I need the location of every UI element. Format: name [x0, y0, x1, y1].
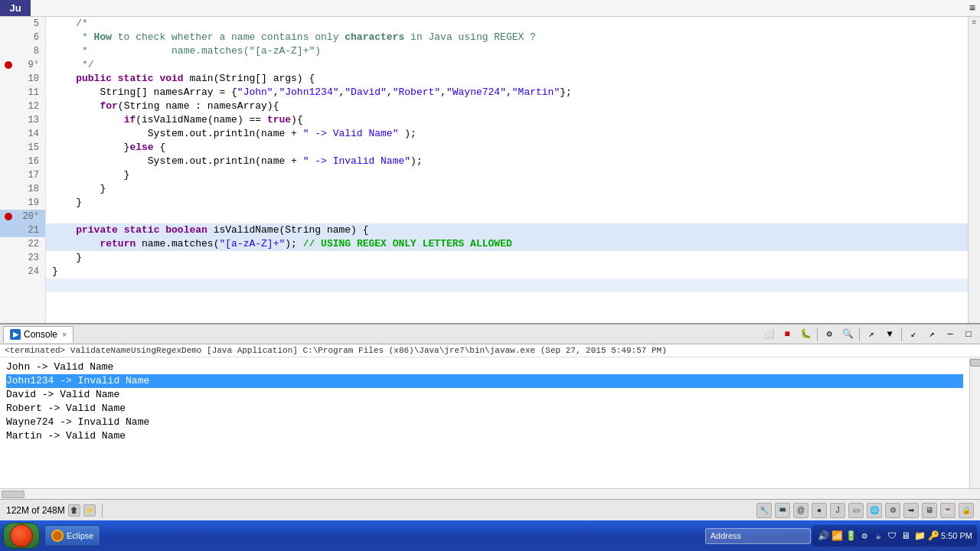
line-num-24: 24 [0, 265, 45, 279]
code-line-19 [46, 210, 968, 223]
line-num-10: 10 [0, 72, 45, 86]
console-scrollbar-thumb[interactable] [970, 359, 980, 367]
console-btn-6[interactable]: ↗ [863, 326, 880, 343]
system-tray: 🔊 📶 🔋 ⚙ ☕ 🛡 🖥 📁 🔑 5:50 PM [812, 525, 977, 546]
console-hscroll-thumb[interactable] [2, 491, 24, 498]
tb-sep-3 [901, 328, 902, 341]
console-clear-btn[interactable]: ⬜ [760, 326, 777, 343]
status-icon-screen[interactable]: 🖥 [922, 503, 937, 518]
console-scrollbar[interactable] [969, 357, 980, 488]
status-icons: 🔧 💻 @ ● J ▭ 🌐 ⚙ ➡ 🖥 ☕ 🔒 [756, 503, 974, 518]
tray-icon-2: 📶 [831, 530, 843, 542]
console-minimize-btn[interactable]: ─ [942, 326, 959, 343]
tray-icon-1: 🔊 [817, 530, 829, 542]
console-hscroll[interactable] [0, 488, 980, 499]
taskbar: Eclipse Address 🔊 📶 🔋 ⚙ ☕ 🛡 🖥 📁 🔑 5:50 P… [0, 520, 980, 551]
code-line-6: * How to check whether a name contains o… [46, 31, 968, 44]
console-line-2[interactable]: John1234 -> Invalid Name [6, 374, 963, 388]
console-btn-8[interactable]: ↙ [905, 326, 922, 343]
code-line-5: /* [46, 17, 968, 31]
code-line-12: if(isValidName(name) == true){ [46, 113, 968, 127]
gc-icon: 🗑 [70, 506, 78, 514]
address-input[interactable] [744, 530, 805, 542]
eclipse-menu-icon[interactable]: ≡ [965, 0, 980, 16]
code-line-9b: public static void main(String[] args) { [46, 72, 968, 86]
console-area: ▶ Console × ⬜ ■ 🐛 ⚙ 🔍 ↗ ▼ ↙ ↗ ─ □ <termi… [0, 323, 980, 499]
console-tab-close[interactable]: × [62, 330, 67, 339]
editor-area: 5 6 8 9° 10 11 12 13 14 15 16 17 18 19 2… [0, 17, 980, 323]
code-line-10: String[] namesArray = {"John","John1234"… [46, 86, 968, 99]
status-icon-arrow[interactable]: ➡ [903, 503, 919, 518]
line-num-13: 13 [0, 113, 45, 127]
code-line-20: private static boolean isValidName(Strin… [46, 223, 968, 237]
right-gutter: ≡ [968, 17, 980, 323]
tray-icon-4: ⚙ [858, 530, 871, 542]
status-icon-dot[interactable]: ● [812, 503, 827, 518]
tb-sep-1 [817, 328, 818, 341]
console-line-5: Wayne724 -> Invalid Name [6, 416, 963, 429]
console-output-wrapper: John -> Valid Name John1234 -> Invalid N… [0, 357, 980, 488]
line-num-18: 18 [0, 182, 45, 196]
tray-icon-8: 📁 [913, 530, 926, 542]
status-icon-computer[interactable]: 💻 [775, 503, 790, 518]
line-num-11: 11 [0, 86, 45, 99]
status-memory: 122M of 248M 🗑 ⚡ [6, 504, 96, 517]
console-status-bar: <terminated> ValidateNameUsingRegexDemo … [0, 344, 980, 357]
gc-button[interactable]: 🗑 [68, 504, 80, 517]
code-line-14: }else { [46, 141, 968, 155]
taskbar-eclipse-icon [51, 530, 64, 542]
code-line-17: } [46, 182, 968, 196]
status-icon-wrench[interactable]: 🔧 [756, 503, 772, 518]
line-num-5: 5 [0, 17, 45, 31]
eclipse-top-bar: Ju ≡ [0, 0, 980, 17]
console-output[interactable]: John -> Valid Name John1234 -> Invalid N… [0, 357, 969, 488]
code-line-18: } [46, 196, 968, 210]
console-btn-7[interactable]: ▼ [881, 326, 898, 343]
code-area[interactable]: /* * How to check whether a name contain… [46, 17, 968, 323]
status-icon-at[interactable]: @ [793, 503, 808, 518]
line-num-6: 6 [0, 31, 45, 44]
console-btn-4[interactable]: ⚙ [821, 326, 838, 343]
address-label: Address [710, 531, 741, 540]
right-gutter-icon: ≡ [972, 18, 976, 27]
taskbar-address-bar[interactable]: Address [705, 528, 811, 544]
line-num-23: 23 [0, 251, 45, 265]
tb-sep-2 [859, 328, 860, 341]
console-tab-label: Console [24, 329, 57, 340]
console-status-text: <terminated> ValidateNameUsingRegexDemo … [5, 346, 667, 355]
console-tab-icon: ▶ [10, 329, 21, 340]
status-icon-java[interactable]: ☕ [940, 503, 956, 518]
status-icon-settings[interactable]: ⚙ [885, 503, 900, 518]
code-line-9: */ [46, 58, 968, 72]
status-icon-globe[interactable]: 🌐 [867, 503, 882, 518]
status-icon-window[interactable]: ▭ [848, 503, 864, 518]
console-tab[interactable]: ▶ Console × [3, 326, 74, 343]
code-line-13: System.out.println(name + " -> Valid Nam… [46, 127, 968, 141]
tray-icon-3: 🔋 [844, 530, 857, 542]
status-icon-lock[interactable]: 🔒 [959, 503, 974, 518]
code-line-21: return name.matches("[a-zA-Z]+"); // USI… [46, 237, 968, 251]
console-line-1: John -> Valid Name [6, 360, 963, 374]
line-num-21: 21 [0, 223, 45, 237]
status-icon-2-glyph: ⚡ [85, 506, 94, 514]
code-line-16: } [46, 168, 968, 182]
console-maximize-btn[interactable]: □ [960, 326, 977, 343]
taskbar-item-eclipse[interactable]: Eclipse [44, 525, 100, 546]
system-clock: 5:50 PM [941, 530, 972, 541]
code-line-11: for(String name : namesArray){ [46, 99, 968, 113]
start-button[interactable] [3, 523, 40, 549]
line-num-17: 17 [0, 168, 45, 182]
console-btn-9[interactable]: ↗ [923, 326, 940, 343]
console-debug-btn[interactable]: 🐛 [797, 326, 814, 343]
eclipse-logo: Ju [0, 0, 31, 16]
console-btn-5[interactable]: 🔍 [839, 326, 856, 343]
line-num-15: 15 [0, 141, 45, 155]
code-line-24 [46, 279, 968, 292]
status-icon-j[interactable]: J [830, 503, 845, 518]
code-line-8: * name.matches("[a-zA-Z]+") [46, 44, 968, 58]
line-num-22: 22 [0, 237, 45, 251]
status-icon-2[interactable]: ⚡ [83, 504, 96, 517]
status-bar: 122M of 248M 🗑 ⚡ 🔧 💻 @ ● J ▭ 🌐 ⚙ ➡ 🖥 ☕ 🔒 [0, 499, 980, 520]
console-terminate-btn[interactable]: ■ [779, 326, 795, 343]
tray-icon-6: 🛡 [886, 530, 898, 542]
